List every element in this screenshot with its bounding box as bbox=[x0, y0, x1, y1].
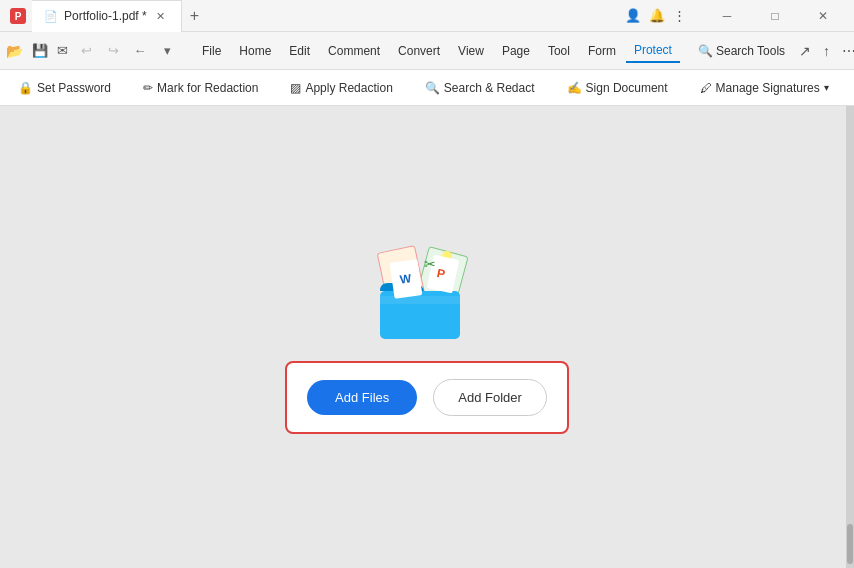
tab-title: Portfolio-1.pdf * bbox=[64, 9, 147, 23]
action-box: Add Files Add Folder bbox=[285, 361, 569, 434]
menu-convert[interactable]: Convert bbox=[390, 40, 448, 62]
electronic-button[interactable]: ⚡ Electro › bbox=[851, 77, 854, 99]
scrollbar[interactable] bbox=[846, 106, 854, 568]
menu-view[interactable]: View bbox=[450, 40, 492, 62]
active-tab[interactable]: 📄 Portfolio-1.pdf * ✕ bbox=[32, 0, 182, 32]
manage-signatures-button[interactable]: 🖊 Manage Signatures ▾ bbox=[690, 77, 839, 99]
more-menu-icon[interactable]: ⋯ bbox=[838, 41, 854, 61]
title-bar: P 📄 Portfolio-1.pdf * ✕ + 👤 🔔 ⋮ ─ □ ✕ bbox=[0, 0, 854, 32]
lock-icon: 🔒 bbox=[18, 81, 33, 95]
menu-bar: 📂 💾 ✉ ↩ ↪ ← ▾ File Home Edit Comment Con… bbox=[0, 32, 854, 70]
external-link-icon[interactable]: ↗ bbox=[795, 41, 815, 61]
ribbon-bar: 🔒 Set Password ✏ Mark for Redaction ▨ Ap… bbox=[0, 70, 854, 106]
menu-comment[interactable]: Comment bbox=[320, 40, 388, 62]
menu-home[interactable]: Home bbox=[231, 40, 279, 62]
dropdown-button[interactable]: ▾ bbox=[154, 38, 180, 64]
menu-tool[interactable]: Tool bbox=[540, 40, 578, 62]
menu-file[interactable]: File bbox=[194, 40, 229, 62]
mark-icon: ✏ bbox=[143, 81, 153, 95]
apply-icon: ▨ bbox=[290, 81, 301, 95]
search-redact-icon: 🔍 bbox=[425, 81, 440, 95]
undo-button[interactable]: ↩ bbox=[73, 38, 99, 64]
title-bar-left: P bbox=[0, 6, 32, 26]
file-icon: 📂 bbox=[6, 43, 23, 59]
search-redact-button[interactable]: 🔍 Search & Redact bbox=[415, 77, 545, 99]
user-icon[interactable]: 👤 bbox=[625, 8, 641, 23]
menu-form[interactable]: Form bbox=[580, 40, 624, 62]
svg-rect-9 bbox=[380, 296, 460, 304]
dropdown-arrow-icon: ▾ bbox=[824, 82, 829, 93]
tab-favicon: 📄 bbox=[44, 10, 58, 23]
window-controls: ─ □ ✕ bbox=[704, 0, 846, 32]
new-tab-button[interactable]: + bbox=[182, 0, 207, 32]
search-tools-button[interactable]: 🔍 Search Tools bbox=[690, 40, 793, 62]
apply-redaction-button[interactable]: ▨ Apply Redaction bbox=[280, 77, 402, 99]
back-button[interactable]: ← bbox=[127, 38, 153, 64]
search-icon: 🔍 bbox=[698, 44, 713, 58]
save-icon[interactable]: 💾 bbox=[28, 41, 52, 60]
sign-icon: ✍ bbox=[567, 81, 582, 95]
title-bar-icons: 👤 🔔 ⋮ bbox=[625, 8, 686, 23]
more-options-icon[interactable]: ⋮ bbox=[673, 8, 686, 23]
app-icon: P bbox=[8, 6, 28, 26]
svg-text:✂: ✂ bbox=[424, 256, 436, 272]
folder-illustration: W P ✂ bbox=[362, 241, 492, 341]
svg-text:P: P bbox=[15, 11, 22, 22]
notification-icon[interactable]: 🔔 bbox=[649, 8, 665, 23]
minimize-button[interactable]: ─ bbox=[704, 0, 750, 32]
add-folder-button[interactable]: Add Folder bbox=[433, 379, 547, 416]
nav-buttons: 📂 💾 ✉ ↩ ↪ ← ▾ bbox=[6, 38, 180, 64]
set-password-button[interactable]: 🔒 Set Password bbox=[8, 77, 121, 99]
scrollbar-thumb[interactable] bbox=[847, 524, 853, 564]
main-content: W P ✂ Add Files Add Folder bbox=[0, 106, 854, 568]
email-icon[interactable]: ✉ bbox=[53, 41, 72, 60]
center-panel: W P ✂ Add Files Add Folder bbox=[285, 241, 569, 434]
share-icon[interactable]: ↑ bbox=[819, 41, 834, 61]
redo-button[interactable]: ↪ bbox=[100, 38, 126, 64]
mark-redaction-button[interactable]: ✏ Mark for Redaction bbox=[133, 77, 268, 99]
menu-protect[interactable]: Protect bbox=[626, 39, 680, 63]
title-bar-right: 👤 🔔 ⋮ ─ □ ✕ bbox=[625, 0, 854, 32]
menu-page[interactable]: Page bbox=[494, 40, 538, 62]
close-button[interactable]: ✕ bbox=[800, 0, 846, 32]
tab-bar: 📄 Portfolio-1.pdf * ✕ + bbox=[32, 0, 207, 32]
add-files-button[interactable]: Add Files bbox=[307, 380, 417, 415]
sign-document-button[interactable]: ✍ Sign Document bbox=[557, 77, 678, 99]
tab-close-button[interactable]: ✕ bbox=[153, 8, 169, 24]
menu-edit[interactable]: Edit bbox=[281, 40, 318, 62]
maximize-button[interactable]: □ bbox=[752, 0, 798, 32]
signatures-icon: 🖊 bbox=[700, 81, 712, 95]
